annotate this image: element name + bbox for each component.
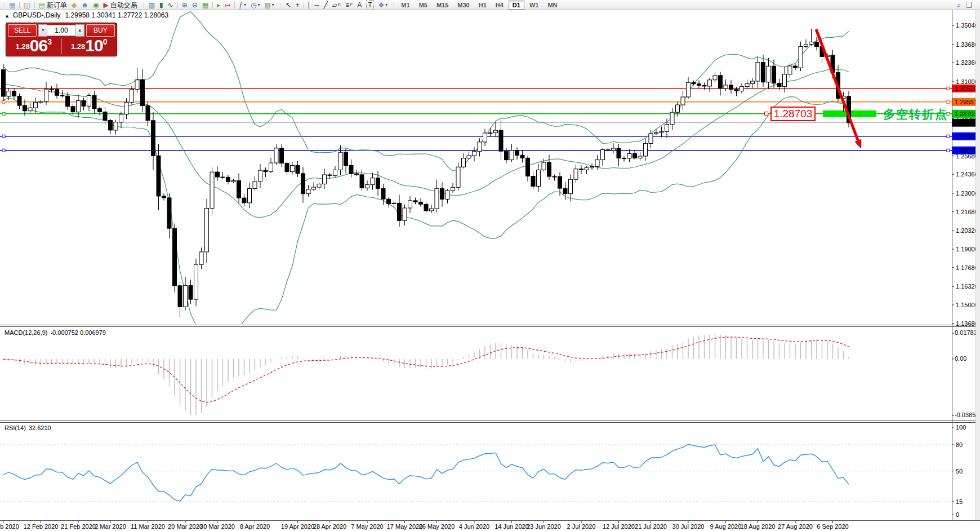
chat-button[interactable]: ❏ (964, 1, 974, 10)
sell-button[interactable]: SELL (8, 24, 37, 37)
periods-icon: ◷ (251, 1, 256, 10)
periods-button[interactable]: ◷▾ (249, 1, 262, 10)
candle-body (547, 162, 551, 176)
new-chart-button[interactable]: ▦ (7, 1, 17, 10)
date-label: 19 Apr 2020 (281, 523, 314, 530)
hline-handle[interactable] (947, 149, 950, 152)
hline-handle[interactable] (2, 112, 5, 115)
timeframe-h1[interactable]: H1 (475, 1, 491, 10)
community-button[interactable]: ☻ (79, 1, 90, 10)
sell-price[interactable]: 1.28063 (6, 37, 61, 55)
hline-handle[interactable] (2, 149, 5, 152)
bar-chart-button[interactable]: ▥ (147, 1, 157, 10)
candle-body (734, 90, 738, 91)
tile-windows-button[interactable]: ▦ (201, 1, 210, 10)
candle-body (398, 203, 402, 220)
candlestick-chart-button[interactable]: ▮ (158, 1, 165, 10)
cursor-button[interactable]: ↖ (284, 1, 293, 10)
fibonacci-button[interactable]: ≡F (344, 1, 354, 10)
price-tick-label: 1.24360 (956, 171, 978, 178)
hline-handle[interactable] (947, 87, 950, 90)
autotrading-button[interactable]: ▶自动交易 (101, 1, 139, 10)
candle-body (60, 95, 64, 96)
candle-body (719, 76, 723, 88)
candle-body (799, 46, 803, 68)
line-chart-button[interactable]: ∿ (166, 1, 175, 10)
timeframe-mn[interactable]: MN (544, 1, 561, 10)
buy-price[interactable]: 1.28100 (62, 37, 117, 55)
candle-body (317, 184, 321, 187)
turning-point-label[interactable]: 多空转折点 (883, 107, 948, 122)
candle-body (231, 180, 235, 182)
candle-body (178, 286, 182, 307)
vline-button[interactable]: | (306, 1, 311, 10)
timeframe-w1[interactable]: W1 (525, 1, 543, 10)
auto-scroll-button[interactable]: ▸ (215, 1, 222, 10)
candle-body (462, 158, 466, 167)
zoom-out-button[interactable]: ⊖ (190, 1, 199, 10)
one-click-collapse-icon[interactable]: ▲ (5, 13, 10, 19)
icon-subscript: E (338, 1, 341, 10)
candle-body (146, 106, 150, 121)
crosshair-button[interactable]: + (294, 1, 301, 10)
hline-handle[interactable] (947, 135, 950, 138)
buy-button[interactable]: BUY (86, 24, 115, 37)
trendline-button[interactable]: ╱ (322, 1, 329, 10)
candle-body (296, 165, 300, 173)
rsi-axis-label: 80 (956, 441, 963, 448)
chart-shift-button[interactable]: ↦ (223, 1, 232, 10)
candle-body (451, 187, 455, 191)
candle-body (767, 66, 770, 82)
timeframe-d1[interactable]: D1 (509, 1, 524, 10)
candle-body (205, 208, 209, 251)
chat-icon: ❏ (965, 1, 972, 10)
arrows-button[interactable]: ❖▾ (377, 1, 390, 10)
candle-body (419, 202, 423, 204)
price-tick-label: 1.20320 (956, 227, 978, 234)
candle-body (670, 112, 674, 125)
current-price-badge-text: 1.28063 (955, 120, 977, 126)
candle-body (376, 178, 380, 189)
hline-handle[interactable] (2, 135, 5, 138)
candle-body (644, 143, 648, 156)
scrollbar-strip[interactable] (975, 10, 980, 520)
volume-decrease-button[interactable]: ▼ (38, 24, 47, 37)
price-tag-label[interactable]: 1.28703 (770, 107, 816, 121)
buy-price-pips: 10 (85, 37, 103, 54)
autotrading-icon: ▶ (103, 1, 108, 10)
macd-axis-label: 0.00 (955, 355, 966, 362)
candle-body (574, 169, 578, 180)
hline-button[interactable]: ─ (313, 1, 321, 10)
zoom-in-button[interactable]: ⊕ (180, 1, 189, 10)
toolbar-drag-handle: ⋮ (278, 2, 282, 8)
timeframe-h4[interactable]: H4 (492, 1, 507, 10)
volume-increase-button[interactable]: ▲ (75, 24, 84, 37)
chart-profile-button[interactable]: ◫ (22, 1, 32, 10)
timeframe-m5[interactable]: M5 (415, 1, 431, 10)
candle-body (392, 203, 396, 203)
timeframe-m30[interactable]: M30 (453, 1, 473, 10)
zoom-out-icon: ⊖ (192, 1, 198, 10)
candle-body (82, 100, 86, 106)
timeframe-m15[interactable]: M15 (433, 1, 452, 10)
indicators-button[interactable]: ƒ▾ (237, 1, 248, 10)
candle-body (435, 188, 439, 209)
textlabel-button[interactable]: T (364, 1, 375, 10)
new-order-button[interactable]: ▤新订单 (37, 1, 69, 10)
signals-button[interactable]: ◉ (91, 1, 100, 10)
timeframe-m1[interactable]: M1 (397, 1, 413, 10)
hline-handle[interactable] (947, 100, 950, 103)
search-icon: ⌕ (957, 1, 961, 10)
volume-input[interactable]: 1.00 (47, 25, 75, 36)
candle-body (264, 170, 268, 171)
channel-button[interactable]: ▱E (331, 1, 343, 10)
candle-body (381, 188, 385, 199)
search-button[interactable]: ⌕ (955, 1, 963, 10)
price-tag-handle[interactable] (764, 112, 768, 116)
candle (424, 202, 428, 212)
styles-button[interactable]: ◆ (70, 1, 78, 10)
date-label: 9 Aug 2020 (710, 523, 742, 530)
templates-button[interactable]: ▧▾ (262, 1, 275, 10)
trendline-icon: ╱ (323, 1, 327, 10)
text-button[interactable]: A (355, 1, 363, 10)
